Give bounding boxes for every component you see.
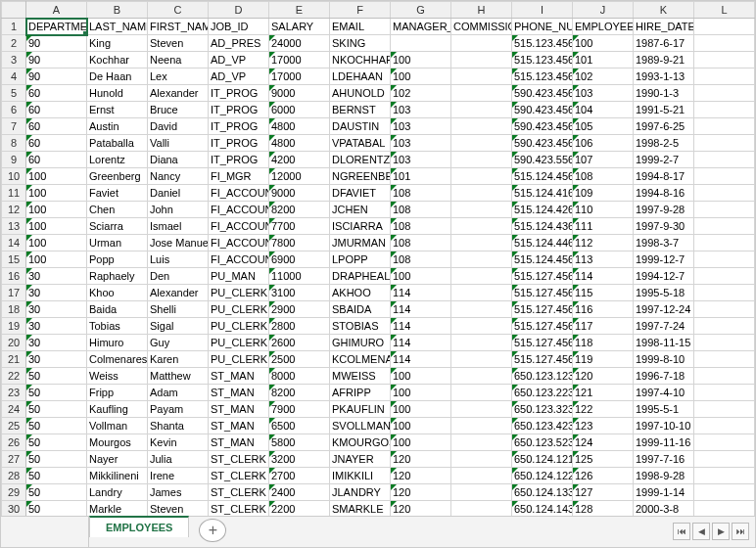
cell[interactable]: 102	[391, 85, 451, 102]
cell[interactable]: Jose Manuel	[148, 235, 209, 251]
cell[interactable]: 515.127.4561	[512, 268, 573, 285]
cell[interactable]	[451, 418, 512, 434]
cell[interactable]: 108	[391, 251, 451, 268]
cell[interactable]: 650.124.1334	[512, 484, 573, 501]
cell[interactable]: 1995-5-18	[634, 285, 694, 301]
cell[interactable]: AD_VP	[209, 52, 269, 68]
cell[interactable]: HIRE_DATE	[634, 19, 694, 35]
cell[interactable]: Greenberg	[87, 168, 148, 185]
cell[interactable]: 1990-1-3	[634, 85, 694, 102]
cell[interactable]: Colmenares	[87, 351, 148, 368]
cell[interactable]: Ismael	[148, 218, 209, 235]
cell[interactable]	[451, 135, 512, 152]
select-all-corner[interactable]	[2, 2, 26, 19]
row-header[interactable]: 7	[2, 118, 26, 135]
cell[interactable]: 60	[26, 102, 87, 118]
cell[interactable]: Hunold	[87, 85, 148, 102]
cell[interactable]	[391, 35, 451, 52]
cell[interactable]: IT_PROG	[209, 152, 269, 168]
cell[interactable]	[694, 401, 755, 418]
cell[interactable]: 5800	[269, 434, 330, 451]
cell[interactable]: ST_MAN	[209, 434, 269, 451]
cell[interactable]: 100	[391, 434, 451, 451]
cell[interactable]: ST_MAN	[209, 418, 269, 434]
cell[interactable]: 515.127.4564	[512, 318, 573, 335]
cell[interactable]: Faviet	[87, 185, 148, 202]
cell[interactable]: Nancy	[148, 168, 209, 185]
row-header[interactable]: 6	[2, 102, 26, 118]
cell[interactable]: Daniel	[148, 185, 209, 202]
cell[interactable]: 60	[26, 152, 87, 168]
cell[interactable]: 116	[573, 301, 634, 318]
cell[interactable]	[451, 268, 512, 285]
cell[interactable]: 103	[391, 118, 451, 135]
cell[interactable]	[451, 118, 512, 135]
cell[interactable]: 1998-2-5	[634, 135, 694, 152]
cell[interactable]: Luis	[148, 251, 209, 268]
cell[interactable]: AHUNOLD	[330, 85, 391, 102]
cell[interactable]: KMOURGOS	[330, 434, 391, 451]
cell[interactable]	[694, 351, 755, 368]
cell[interactable]: ST_MAN	[209, 368, 269, 385]
cell[interactable]: ISCIARRA	[330, 218, 391, 235]
cell[interactable]: IT_PROG	[209, 135, 269, 152]
cell[interactable]: 100	[391, 368, 451, 385]
cell[interactable]	[694, 152, 755, 168]
column-header-H[interactable]: H	[451, 2, 512, 19]
cell[interactable]: 1999-2-7	[634, 152, 694, 168]
cell[interactable]: 101	[573, 52, 634, 68]
column-header-C[interactable]: C	[148, 2, 209, 19]
cell[interactable]: BERNST	[330, 102, 391, 118]
cell[interactable]: 8000	[269, 368, 330, 385]
cell[interactable]: 12000	[269, 168, 330, 185]
cell[interactable]: 120	[573, 368, 634, 385]
cell[interactable]: DEPARTMENT_ID	[26, 19, 87, 35]
row-header[interactable]: 22	[2, 368, 26, 385]
cell[interactable]: 101	[391, 168, 451, 185]
cell[interactable]: 7900	[269, 401, 330, 418]
cell[interactable]	[694, 501, 755, 517]
cell[interactable]: 6000	[269, 102, 330, 118]
cell[interactable]	[694, 202, 755, 218]
cell[interactable]: 2500	[269, 351, 330, 368]
cell[interactable]: 100	[26, 202, 87, 218]
cell[interactable]: 60	[26, 118, 87, 135]
cell[interactable]: SALARY	[269, 19, 330, 35]
cell[interactable]: PU_CLERK	[209, 351, 269, 368]
cell[interactable]: 515.123.4567	[512, 35, 573, 52]
cell[interactable]: 515.124.4469	[512, 235, 573, 251]
cell[interactable]: FI_ACCOUNT	[209, 235, 269, 251]
cell[interactable]: STOBIAS	[330, 318, 391, 335]
cell[interactable]: Khoo	[87, 285, 148, 301]
cell[interactable]: 1994-8-16	[634, 185, 694, 202]
cell[interactable]: 4800	[269, 135, 330, 152]
cell[interactable]: 103	[391, 135, 451, 152]
cell[interactable]: 515.124.4369	[512, 218, 573, 235]
cell[interactable]: EMAIL	[330, 19, 391, 35]
cell[interactable]: 117	[573, 318, 634, 335]
cell[interactable]	[451, 251, 512, 268]
cell[interactable]: Shanta	[148, 418, 209, 434]
cell[interactable]: NGREENBE	[330, 168, 391, 185]
cell[interactable]	[694, 235, 755, 251]
cell[interactable]: PU_CLERK	[209, 301, 269, 318]
cell[interactable]: LDEHAAN	[330, 68, 391, 85]
cell[interactable]	[451, 102, 512, 118]
cell[interactable]	[451, 235, 512, 251]
cell[interactable]: 108	[573, 168, 634, 185]
cell[interactable]: 50	[26, 468, 87, 484]
row-header[interactable]: 29	[2, 484, 26, 501]
cell[interactable]: 1998-11-15	[634, 335, 694, 351]
cell[interactable]	[451, 218, 512, 235]
cell[interactable]: IMIKKILI	[330, 468, 391, 484]
cell[interactable]: 120	[391, 468, 451, 484]
cell[interactable]: 114	[391, 351, 451, 368]
cell[interactable]: Karen	[148, 351, 209, 368]
cell[interactable]: FI_ACCOUNT	[209, 251, 269, 268]
cell[interactable]: IT_PROG	[209, 85, 269, 102]
cell[interactable]: 515.123.4568	[512, 52, 573, 68]
cell[interactable]	[451, 68, 512, 85]
cell[interactable]: 1999-8-10	[634, 351, 694, 368]
cell[interactable]: GHIMURO	[330, 335, 391, 351]
cell[interactable]: 650.123.3234	[512, 401, 573, 418]
